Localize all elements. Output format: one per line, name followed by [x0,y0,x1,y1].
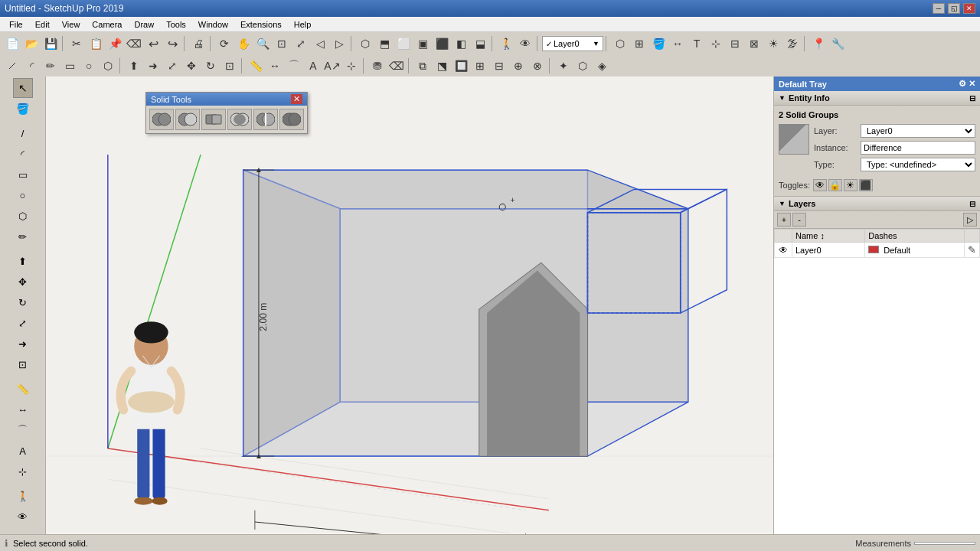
toggle-receive-icon[interactable]: ⬛ [859,179,873,191]
layer-selector[interactable]: ✓ Layer0 ▼ [542,36,603,51]
s2-btn10[interactable]: ◈ [593,57,611,75]
menu-extensions[interactable]: Extensions [234,18,288,31]
menu-tools[interactable]: Tools [160,18,192,31]
dim-button[interactable]: ↔ [668,34,687,53]
make-component-button[interactable]: ⊞ [630,34,648,53]
layer-name-cell[interactable]: Layer0 [792,243,865,258]
split-button[interactable] [253,109,278,130]
polygon-button[interactable]: ⬡ [99,57,117,75]
layer-checkbox[interactable]: ✓ [546,40,552,48]
rotate-button[interactable]: ↻ [201,57,220,75]
dim-left-button[interactable]: ↔ [13,399,33,419]
fog-button[interactable]: 🌫 [783,34,802,53]
protractor-button[interactable]: ⌒ [285,57,303,75]
paint-tool-button[interactable]: 🪣 [13,99,33,119]
rect-button[interactable]: ▭ [60,57,79,75]
offset-tool-button[interactable]: ⊡ [13,354,33,374]
shadow-button[interactable]: ☀ [764,34,782,53]
entity-info-expand[interactable]: ⊟ [969,94,975,103]
select-tool-button[interactable]: ↖ [13,78,33,98]
tray-options-icon[interactable]: ⚙ [959,79,966,89]
entity-instance-input[interactable] [861,141,975,155]
freehand-tool-button[interactable]: ✏ [13,227,33,246]
close-button[interactable]: ✕ [963,3,975,14]
top-view-button[interactable]: ⬒ [375,34,394,53]
polygon-tool-button[interactable]: ⬡ [13,206,33,226]
axes-button[interactable]: ⊹ [707,34,725,53]
remove-layer-button[interactable]: - [792,213,806,227]
menu-edit[interactable]: Edit [29,18,56,31]
cut-button[interactable]: ✂ [67,34,86,53]
left-view-button[interactable]: ◧ [452,34,470,53]
layers-header[interactable]: ▼ Layers ⊟ [774,197,980,211]
walk-button[interactable]: 🚶 [497,34,515,53]
layer-edit-cell[interactable]: ✎ [965,243,980,258]
back-view-button[interactable]: ⬛ [433,34,451,53]
bottom-view-button[interactable]: ⬓ [471,34,489,53]
line-button[interactable]: ⟋ [3,57,21,75]
erase-button[interactable]: ⌫ [125,34,143,53]
outer-shell-button[interactable] [279,109,304,130]
layer-edit-icon[interactable]: ✎ [968,244,976,256]
axis-tool-button[interactable]: ⊹ [342,57,361,75]
s2-btn7[interactable]: ⊗ [528,57,547,75]
redo-button[interactable]: ↪ [163,34,181,53]
add-layer-button[interactable]: + [777,213,791,227]
line-tool-button[interactable]: / [13,123,33,143]
new-button[interactable]: 📄 [3,34,21,53]
menu-file[interactable]: File [3,18,29,31]
move-tool-button[interactable]: ✥ [13,272,33,292]
toggle-cast-icon[interactable]: ☀ [844,179,858,191]
text-left-button[interactable]: A [13,441,33,461]
layers-expand[interactable]: ⊟ [969,200,975,208]
print-button[interactable]: 🖨 [189,34,207,53]
iso-view-button[interactable]: ⬡ [356,34,374,53]
menu-camera[interactable]: Camera [86,18,128,31]
layer-visibility-toggle[interactable]: 👁 [778,245,789,256]
pusher-tool-button[interactable]: ⬆ [13,251,33,271]
front-view-button[interactable]: ⬜ [394,34,413,53]
s2-btn9[interactable]: ⬡ [573,57,592,75]
section-button[interactable]: ⊟ [726,34,744,53]
toggle-lock-icon[interactable]: 🔒 [828,179,842,191]
zoom-window-button[interactable]: ⊡ [273,34,291,53]
copy-button[interactable]: 📋 [87,34,105,53]
select-button[interactable]: ⛃ [368,57,387,75]
menu-view[interactable]: View [56,18,87,31]
open-button[interactable]: 📂 [22,34,41,53]
right-view-button[interactable]: ▣ [413,34,432,53]
circle-tool-button[interactable]: ○ [13,185,33,205]
s2-btn1[interactable]: ⧉ [413,57,432,75]
text-tool-button[interactable]: A [304,57,322,75]
s2-btn3[interactable]: 🔲 [452,57,470,75]
layer-color-swatch[interactable] [868,246,879,253]
viewport[interactable]: Outliner [46,77,773,534]
tape-tool-button[interactable]: 📏 [13,379,33,399]
extension-button[interactable]: 🔧 [828,34,847,53]
walk-left-button[interactable]: 🚶 [13,486,33,506]
s2-btn6[interactable]: ⊕ [509,57,528,75]
offset-button[interactable]: ⊡ [220,57,239,75]
undo-button[interactable]: ↩ [144,34,162,53]
pan-button[interactable]: ✋ [234,34,253,53]
trim-button[interactable] [201,109,226,130]
freehand-button[interactable]: ✏ [41,57,60,75]
arc-tool-button[interactable]: ◜ [13,144,33,164]
follow-me-button[interactable]: ➜ [144,57,162,75]
arc-button[interactable]: ◜ [22,57,41,75]
minimize-button[interactable]: ─ [933,3,945,14]
label-button[interactable]: A↗ [323,57,341,75]
solid-tools-close-button[interactable]: ✕ [291,94,302,104]
menu-window[interactable]: Window [192,18,234,31]
next-view-button[interactable]: ▷ [330,34,348,53]
erase-tool-button[interactable]: ⌫ [387,57,406,75]
follow-me-tool-button[interactable]: ➜ [13,334,33,354]
layer-visibility-cell[interactable]: 👁 [775,243,792,258]
axes-left-button[interactable]: ⊹ [13,461,33,481]
entity-layer-select[interactable]: Layer0 [861,124,975,138]
rotate-tool-button[interactable]: ↻ [13,292,33,312]
rect-tool-button[interactable]: ▭ [13,165,33,184]
subtract-button[interactable] [175,109,200,130]
paint-button[interactable]: 🪣 [649,34,668,53]
tape-button[interactable]: 📏 [247,57,265,75]
